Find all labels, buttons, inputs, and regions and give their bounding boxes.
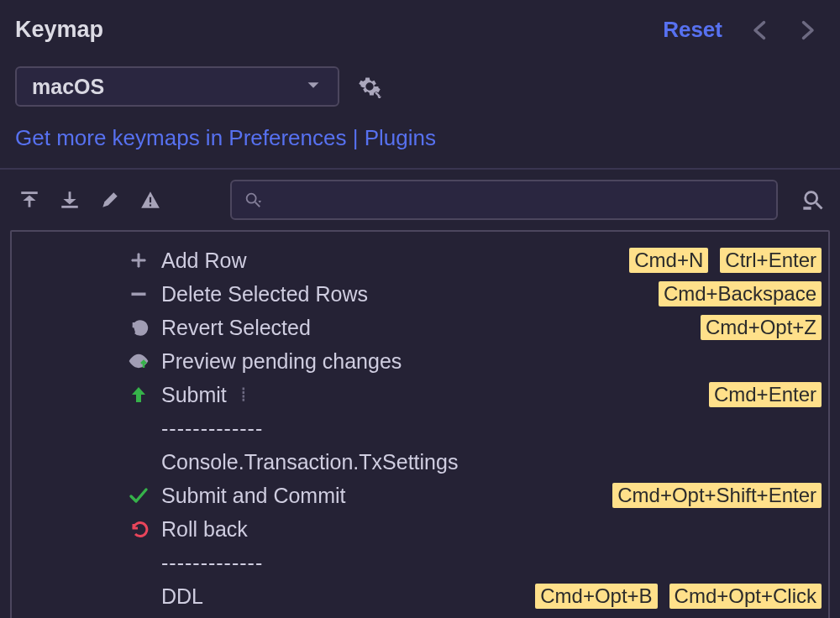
search-icon — [244, 191, 262, 209]
search-field[interactable] — [270, 189, 764, 211]
keymap-actions-tree[interactable]: Add Row Cmd+N Ctrl+Enter Delete Selected… — [10, 230, 830, 618]
svg-rect-4 — [150, 197, 151, 203]
separator-row: ------------- — [12, 411, 828, 445]
gear-icon[interactable] — [358, 75, 381, 98]
checkmark-icon — [128, 485, 150, 505]
svg-rect-8 — [132, 293, 145, 296]
page-title: Keymap — [15, 17, 103, 43]
svg-rect-3 — [69, 191, 71, 201]
svg-rect-0 — [21, 191, 38, 194]
action-revert[interactable]: Revert Selected Cmd+Opt+Z — [12, 311, 828, 344]
action-label: Delete Selected Rows — [161, 282, 368, 306]
action-label: Submit and Commit — [161, 484, 346, 508]
svg-rect-1 — [29, 199, 31, 207]
action-ddl[interactable]: DDL Cmd+Opt+B Cmd+Opt+Click — [12, 579, 828, 613]
reset-button[interactable]: Reset — [663, 17, 722, 43]
edit-pencil-icon[interactable] — [99, 189, 121, 211]
action-submit[interactable]: Submit ⁞ Cmd+Enter — [12, 378, 828, 411]
get-more-keymaps-link[interactable]: Get more keymaps in Preferences | Plugin… — [15, 125, 436, 150]
shortcut-badge: Cmd+Enter — [709, 382, 822, 407]
action-label: Console.Transaction.TxSettings — [128, 450, 458, 474]
keymap-select-value: macOS — [32, 75, 104, 99]
chevron-down-icon — [304, 76, 323, 97]
separator-row: ------------- — [12, 546, 828, 579]
warning-icon[interactable] — [139, 189, 161, 211]
shortcut-badge: Cmd+Backspace — [659, 281, 822, 306]
action-add-row[interactable]: Add Row Cmd+N Ctrl+Enter — [12, 244, 828, 277]
action-rollback[interactable]: Roll back — [12, 512, 828, 546]
plus-icon — [128, 250, 150, 270]
action-delete-rows[interactable]: Delete Selected Rows Cmd+Backspace — [12, 277, 828, 311]
shortcut-badge: Cmd+Opt+Click — [669, 584, 822, 609]
keymap-select[interactable]: macOS — [15, 66, 339, 107]
collapse-all-icon[interactable] — [59, 189, 81, 211]
action-label: Add Row — [161, 249, 246, 273]
shortcut-badge: Cmd+Opt+Z — [701, 315, 822, 340]
ellipsis-icon: ⁞ — [240, 383, 247, 406]
svg-rect-5 — [150, 204, 151, 206]
svg-point-6 — [247, 194, 256, 203]
undo-icon — [128, 317, 150, 338]
rollback-icon — [128, 519, 150, 539]
search-input[interactable] — [230, 180, 778, 220]
svg-point-7 — [806, 192, 817, 204]
forward-arrow-icon[interactable] — [795, 18, 818, 42]
action-preview[interactable]: Preview pending changes — [12, 344, 828, 378]
svg-rect-2 — [61, 206, 78, 208]
back-arrow-icon[interactable] — [749, 18, 773, 42]
arrow-up-icon — [128, 385, 150, 405]
minus-icon — [128, 284, 150, 304]
action-label: Roll back — [161, 517, 248, 542]
preview-icon — [128, 351, 150, 371]
action-label: Revert Selected — [161, 316, 311, 340]
action-label: Submit — [161, 383, 227, 407]
action-tx-settings[interactable]: Console.Transaction.TxSettings — [12, 445, 828, 479]
find-by-shortcut-icon[interactable] — [801, 188, 825, 212]
action-label: DDL — [128, 584, 203, 609]
shortcut-badge: Ctrl+Enter — [720, 248, 822, 273]
action-label: Preview pending changes — [161, 349, 402, 374]
shortcut-badge: Cmd+Opt+Shift+Enter — [612, 483, 822, 508]
shortcut-badge: Cmd+N — [629, 248, 708, 273]
expand-all-icon[interactable] — [18, 189, 40, 211]
action-submit-commit[interactable]: Submit and Commit Cmd+Opt+Shift+Enter — [12, 479, 828, 512]
shortcut-badge: Cmd+Opt+B — [535, 584, 657, 609]
